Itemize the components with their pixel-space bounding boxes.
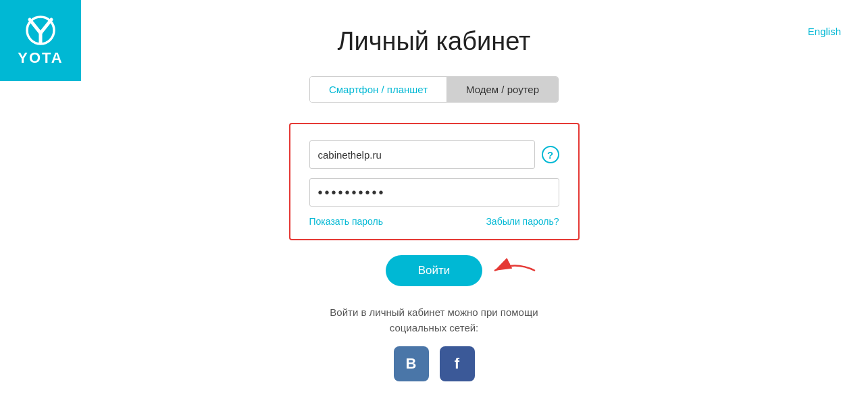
show-password-link[interactable]: Показать пароль [309, 216, 384, 227]
vk-button[interactable]: В [394, 346, 429, 381]
password-input-row [309, 178, 559, 207]
login-form-box: ? Показать пароль Забыли пароль? [289, 123, 580, 240]
logo-bar: YOTA [0, 0, 81, 81]
login-button-wrap: Войти [386, 255, 483, 286]
facebook-button[interactable]: f [440, 346, 475, 381]
arrow-annotation [488, 257, 542, 284]
password-input[interactable] [309, 178, 559, 207]
login-input[interactable] [309, 140, 535, 169]
tab-modem[interactable]: Модем / роутер [447, 77, 558, 102]
login-button[interactable]: Войти [386, 255, 483, 286]
login-input-row: ? [309, 140, 559, 169]
tab-switcher: Смартфон / планшет Модем / роутер [309, 76, 559, 103]
tab-smartphone[interactable]: Смартфон / планшет [310, 77, 446, 102]
page-title: Личный кабинет [338, 27, 531, 56]
language-link[interactable]: English [808, 26, 841, 37]
logo-text: YOTA [18, 49, 63, 67]
help-icon[interactable]: ? [542, 146, 559, 163]
forgot-password-link[interactable]: Забыли пароль? [486, 216, 559, 227]
social-description: Войти в личный кабинет можно при помощи … [330, 305, 538, 335]
yota-logo-icon [24, 14, 57, 47]
social-buttons: В f [394, 346, 475, 381]
main-content: Личный кабинет Смартфон / планшет Модем … [0, 0, 868, 381]
form-links: Показать пароль Забыли пароль? [309, 216, 559, 227]
